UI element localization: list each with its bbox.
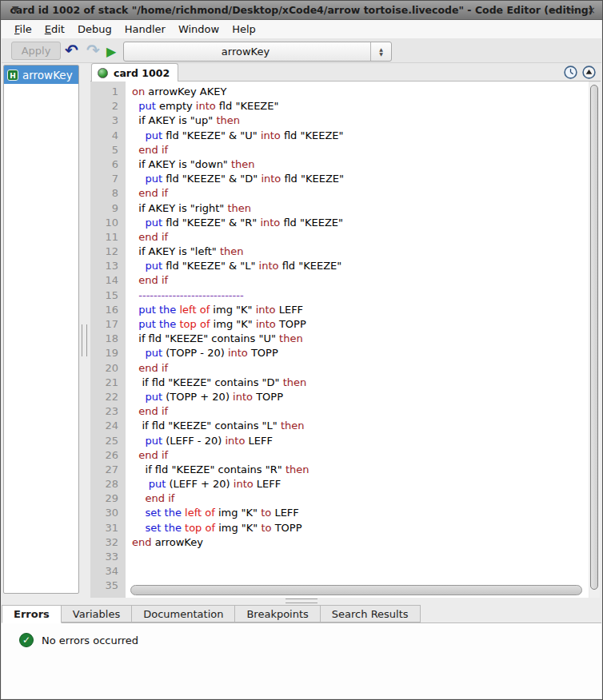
menu-item-debug[interactable]: Debug (72, 22, 118, 37)
handler-icon: H (7, 70, 18, 81)
tab-variables[interactable]: Variables (62, 605, 132, 622)
line-number: 19 (90, 346, 126, 360)
menu-item-window[interactable]: Window (173, 22, 225, 37)
code-line: put (LEFF + 20) into LEFF (132, 477, 589, 491)
line-number: 16 (90, 303, 126, 317)
code-line: on arrowKey AKEY (132, 85, 589, 99)
handler-list-item-arrowkey[interactable]: HarrowKey (4, 66, 78, 84)
line-number: 1 (90, 85, 126, 99)
line-number: 30 (90, 506, 126, 520)
line-number: 29 (90, 491, 126, 506)
code-line: put the left of img "K" into LEFF (132, 303, 589, 317)
errors-panel: ✓ No errors occurred (2, 623, 601, 698)
code-line: if fld "KEEZE" contains "D" then (132, 376, 589, 390)
code-line: end if (132, 273, 589, 288)
line-number: 9 (90, 201, 126, 216)
collapse-panel-icon[interactable] (582, 66, 596, 79)
code-line: put (LEFF - 20) into LEFF (132, 434, 589, 448)
code-line: if fld "KEEZE" contains "L" then (132, 419, 589, 433)
menu-item-handler[interactable]: Handler (119, 22, 171, 37)
sidebar-splitter[interactable] (82, 324, 87, 356)
green-dot-icon (98, 68, 108, 78)
combobox-spinner[interactable]: ▲ ▼ (370, 42, 391, 61)
code-line: put the top of img "K" into TOPP (132, 317, 589, 332)
line-number: 25 (90, 434, 126, 448)
code-line: end if (132, 448, 589, 463)
line-number: 22 (90, 390, 126, 404)
menu-bar: FileEditDebugHandlerWindowHelp (2, 20, 601, 38)
code-line: put empty into fld "KEEZE" (132, 99, 589, 113)
menu-item-help[interactable]: Help (226, 22, 262, 37)
code-editor-window: ▼ card id 1002 of stack "/home/richmond/… (0, 0, 603, 700)
code-line: end if (132, 361, 589, 376)
tab-errors[interactable]: Errors (2, 605, 62, 623)
code-line: put fld "KEEZE" & "L" into fld "KEEZE" (132, 259, 589, 273)
tab-breakpoints[interactable]: Breakpoints (235, 605, 320, 622)
code-line: if AKEY is "left" then (132, 245, 589, 259)
line-number: 8 (90, 186, 126, 201)
code-line: end if (132, 404, 589, 419)
code-line: end if (132, 143, 589, 157)
check-circle-icon: ✓ (19, 633, 34, 647)
code-line: if AKEY is "right" then (132, 201, 589, 216)
status-message: No errors occurred (42, 634, 138, 646)
tab-search-results[interactable]: Search Results (321, 605, 421, 622)
code-editor[interactable]: 1234567891011121314151617181920212223242… (90, 82, 589, 598)
line-number: 2 (90, 99, 126, 113)
line-number: 23 (90, 404, 126, 419)
code-line: put fld "KEEZE" & "R" into fld "KEEZE" (132, 216, 589, 230)
script-tab-bar: card 1002 (90, 63, 601, 82)
code-text[interactable]: on arrowKey AKEY put empty into fld "KEE… (126, 82, 589, 598)
close-button[interactable]: × (587, 1, 596, 20)
code-line: put fld "KEEZE" & "D" into fld "KEEZE" (132, 172, 589, 186)
code-line: ---------------------------- (132, 288, 589, 303)
tab-documentation[interactable]: Documentation (132, 605, 235, 622)
spinner-down-icon[interactable]: ▼ (379, 52, 383, 57)
tab-card-1002[interactable]: card 1002 (91, 63, 178, 82)
apply-button[interactable]: Apply (11, 42, 61, 60)
code-line: set the top of img "K" to TOPP (132, 521, 589, 535)
panel-splitter[interactable] (286, 599, 317, 603)
line-number: 27 (90, 463, 126, 477)
run-icon[interactable]: ▶ (106, 41, 116, 63)
handler-name: arrowKey (22, 69, 73, 82)
menu-item-edit[interactable]: Edit (39, 22, 70, 37)
line-number: 18 (90, 332, 126, 346)
line-number: 15 (90, 288, 126, 303)
handler-combobox-value: arrowKey (124, 42, 367, 61)
code-line: end arrowKey (132, 535, 589, 550)
window-menu-icon[interactable]: ▼ (12, 4, 18, 14)
code-line: end if (132, 491, 589, 506)
window-title: card id 1002 of stack "/home/richmond/De… (1, 4, 602, 16)
line-number: 24 (90, 419, 126, 433)
line-number: 20 (90, 361, 126, 376)
code-line (132, 564, 589, 579)
tab-label: card 1002 (114, 67, 170, 79)
handler-combobox[interactable]: arrowKey ▲ ▼ (123, 42, 392, 62)
line-number: 21 (90, 376, 126, 390)
maximize-button[interactable]: + (568, 1, 577, 20)
line-number-gutter[interactable]: 1234567891011121314151617181920212223242… (90, 82, 126, 598)
minimize-button[interactable]: − (549, 1, 557, 20)
undo-icon[interactable]: ↶ (65, 39, 78, 62)
code-line: put (TOPP - 20) into TOPP (132, 346, 589, 360)
menu-item-file[interactable]: File (9, 22, 38, 37)
line-number: 7 (90, 172, 126, 186)
vertical-scrollbar-thumb[interactable] (590, 85, 598, 590)
code-line: end if (132, 186, 589, 201)
line-number: 12 (90, 245, 126, 259)
line-number: 5 (90, 143, 126, 157)
clock-icon[interactable] (564, 66, 577, 79)
horizontal-scrollbar-thumb[interactable] (130, 585, 582, 595)
handler-list[interactable]: HarrowKey (3, 65, 79, 594)
line-number: 14 (90, 273, 126, 288)
code-line: if AKEY is "up" then (132, 113, 589, 128)
code-line: end if (132, 230, 589, 245)
line-number: 33 (90, 550, 126, 564)
vertical-scrollbar[interactable] (589, 83, 600, 598)
line-number: 31 (90, 521, 126, 535)
line-number: 26 (90, 448, 126, 463)
code-line: put (TOPP + 20) into TOPP (132, 390, 589, 404)
code-line: if fld "KEEZE" contains "U" then (132, 332, 589, 346)
redo-icon[interactable]: ↷ (86, 39, 100, 62)
